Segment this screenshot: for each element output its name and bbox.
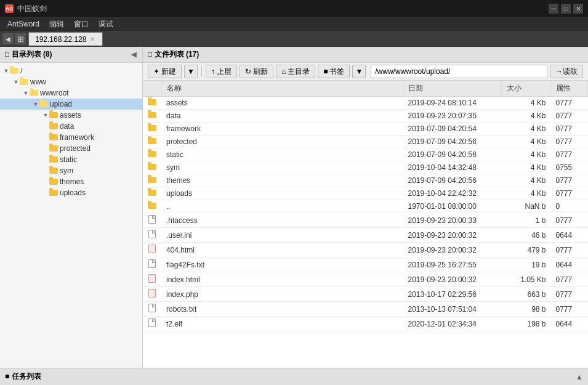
menu-edit[interactable]: 编辑: [44, 18, 69, 31]
table-row[interactable]: sym2019-10-04 14:32:484 Kb0755: [143, 161, 588, 174]
menu-antsword[interactable]: AntSword: [2, 18, 44, 30]
bookmark-dropdown[interactable]: ▼: [352, 65, 366, 78]
read-label: 读取: [563, 67, 578, 77]
file-size: 4 Kb: [502, 187, 551, 200]
up-button[interactable]: ↑ 上层: [206, 65, 237, 78]
file-name[interactable]: .htaccess: [161, 213, 403, 228]
new-button[interactable]: ✦ 新建: [148, 65, 182, 78]
file-size: 98 b: [502, 302, 551, 317]
menu-debug[interactable]: 调试: [94, 18, 118, 31]
table-row[interactable]: ..1970-01-01 08:00:00NaN b0: [143, 200, 588, 213]
tree-item-upload[interactable]: ▼ upload: [0, 99, 142, 110]
tree-item-themes[interactable]: themes: [0, 176, 142, 187]
file-name[interactable]: protected: [161, 136, 403, 148]
close-button[interactable]: ✕: [573, 4, 583, 14]
table-row[interactable]: protected2019-07-09 04:20:564 Kb0777: [143, 136, 588, 148]
file-icon-cell: [143, 161, 161, 174]
file-table-container[interactable]: 名称 日期 大小 属性 assets2019-09-24 08:10:144 K…: [143, 81, 588, 368]
tree-item-static[interactable]: static: [0, 154, 142, 165]
file-size: NaN b: [502, 200, 551, 213]
file-icon: [148, 215, 156, 224]
tree-label: www: [30, 78, 46, 86]
tree-toggle[interactable]: ▼: [42, 111, 49, 119]
tab-192-168-22-128[interactable]: 192.168.22.128 ✕: [28, 32, 103, 46]
tree-toggle[interactable]: ▼: [12, 78, 20, 86]
app-title: 中国蚁剑: [17, 4, 47, 14]
tree-item-www[interactable]: ▼ www: [0, 76, 142, 87]
table-row[interactable]: t2.elf2020-12-01 02:34:34198 b0644: [143, 317, 588, 331]
table-row[interactable]: data2019-09-23 20:07:354 Kb0777: [143, 110, 588, 123]
tree-item-wwwroot[interactable]: ▼ wwwroot: [0, 87, 142, 99]
path-input[interactable]: [371, 65, 547, 78]
table-row[interactable]: framework2019-07-09 04:20:544 Kb0777: [143, 123, 588, 136]
folder-icon: [148, 190, 156, 196]
table-row[interactable]: index.html2019-09-23 20:00:321.05 Kb0777: [143, 272, 588, 287]
table-row[interactable]: .user.ini2019-09-23 20:00:3246 b0644: [143, 228, 588, 243]
file-size: 19 b: [502, 257, 551, 272]
file-size: 1.05 Kb: [502, 272, 551, 287]
dir-list-collapse[interactable]: ◀: [130, 51, 137, 59]
refresh-icon: ↻: [245, 67, 251, 76]
file-name[interactable]: t2.elf: [161, 317, 403, 331]
table-row[interactable]: assets2019-09-24 08:10:144 Kb0777: [143, 97, 588, 110]
file-name[interactable]: uploads: [161, 187, 403, 200]
file-icon-cell: [143, 148, 161, 161]
table-row[interactable]: 404.html2019-09-23 20:00:32479 b0777: [143, 243, 588, 257]
right-panel: □ 文件列表 (17) ✦ 新建 ▼ ↑ 上层 ↻ 刷新 ⌂ 主目录 ■: [143, 47, 588, 368]
refresh-button[interactable]: ↻ 刷新: [240, 65, 273, 78]
tree-item-data[interactable]: data: [0, 121, 142, 132]
table-row[interactable]: static2019-07-09 04:20:564 Kb0777: [143, 148, 588, 161]
file-name[interactable]: flag42Fs.txt: [161, 257, 403, 272]
tree-toggle[interactable]: ▼: [32, 100, 39, 108]
file-name[interactable]: 404.html: [161, 243, 403, 257]
read-button[interactable]: → 读取: [550, 65, 583, 78]
up-label: 上层: [217, 67, 232, 77]
tab-close-btn[interactable]: ✕: [89, 36, 96, 43]
file-name[interactable]: static: [161, 148, 403, 161]
tree-item-uploads[interactable]: uploads: [0, 187, 142, 198]
folder-icon: [49, 112, 58, 118]
bottom-bar-collapse[interactable]: ▲: [576, 373, 583, 381]
bookmark-button[interactable]: ■ 书签: [318, 65, 350, 78]
table-row[interactable]: .htaccess2019-09-23 20:00:331 b0777: [143, 213, 588, 228]
tab-nav-prev[interactable]: ◀: [2, 33, 14, 44]
tree-toggle[interactable]: ▼: [2, 67, 10, 75]
table-row[interactable]: flag42Fs.txt2019-09-25 16:27:5519 b0644: [143, 257, 588, 272]
file-name[interactable]: index.php: [161, 287, 403, 302]
file-attr: 0777: [551, 110, 588, 123]
file-name[interactable]: framework: [161, 123, 403, 136]
table-row[interactable]: index.php2013-10-17 02:29:56663 b0777: [143, 287, 588, 302]
table-row[interactable]: themes2019-07-09 04:20:564 Kb0777: [143, 174, 588, 187]
home-button[interactable]: ⌂ 主目录: [276, 65, 315, 78]
menu-window[interactable]: 窗口: [69, 18, 94, 31]
col-size-header[interactable]: 大小: [502, 81, 551, 97]
file-name[interactable]: sym: [161, 161, 403, 174]
tree-item-sym[interactable]: sym: [0, 165, 142, 176]
folder-icon: [49, 134, 58, 140]
tree-item-protected[interactable]: protected: [0, 143, 142, 154]
file-name[interactable]: assets: [161, 97, 403, 110]
file-name[interactable]: robots.txt: [161, 302, 403, 317]
table-row[interactable]: uploads2019-10-04 22:42:324 Kb0777: [143, 187, 588, 200]
tree-item-root[interactable]: ▼ /: [0, 65, 142, 76]
tree-item-assets[interactable]: ▼ assets: [0, 110, 142, 121]
file-date: 2019-09-23 20:00:32: [403, 272, 502, 287]
tree-area[interactable]: ▼ / ▼ www ▼ wwwroot ▼ upload ▼: [0, 63, 142, 368]
table-row[interactable]: robots.txt2013-10-13 07:51:0498 b0777: [143, 302, 588, 317]
maximize-button[interactable]: □: [561, 4, 571, 14]
file-name[interactable]: .user.ini: [161, 228, 403, 243]
file-name[interactable]: themes: [161, 174, 403, 187]
col-attr-header[interactable]: 属性: [551, 81, 588, 97]
file-name[interactable]: ..: [161, 200, 403, 213]
tree-item-framework[interactable]: framework: [0, 132, 142, 143]
col-name-header[interactable]: 名称: [161, 81, 403, 97]
file-icon: [148, 230, 156, 238]
new-dropdown[interactable]: ▼: [184, 65, 198, 78]
file-name[interactable]: index.html: [161, 272, 403, 287]
minimize-button[interactable]: ─: [549, 4, 558, 14]
tree-toggle[interactable]: ▼: [22, 89, 30, 97]
col-date-header[interactable]: 日期: [403, 81, 502, 97]
tab-grid-btn[interactable]: ⊞: [15, 33, 26, 44]
file-name[interactable]: data: [161, 110, 403, 123]
title-bar-controls: ─ □ ✕: [549, 4, 583, 14]
